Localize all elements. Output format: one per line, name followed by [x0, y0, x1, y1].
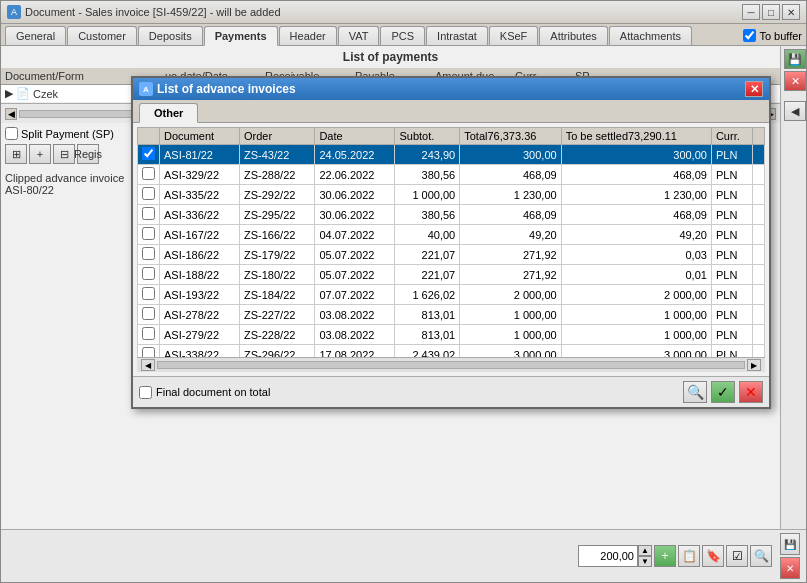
row-checkbox[interactable] — [142, 247, 155, 260]
row-to-settle: 0,03 — [561, 245, 711, 265]
row-curr: PLN — [711, 245, 752, 265]
row-order: ZS-295/22 — [240, 205, 315, 225]
modal-footer: Final document on total 🔍 ✓ ✕ — [133, 376, 769, 407]
invoice-table-row[interactable]: ASI-336/22 ZS-295/22 30.06.2022 380,56 4… — [138, 205, 765, 225]
row-checkbox[interactable] — [142, 327, 155, 340]
invoice-table-row[interactable]: ASI-81/22 ZS-43/22 24.05.2022 243,90 300… — [138, 145, 765, 165]
close-button[interactable]: ✕ — [782, 4, 800, 20]
row-checkbox[interactable] — [142, 147, 155, 160]
toolbar-btn-5[interactable]: 🔍 — [750, 545, 772, 567]
invoice-table-row[interactable]: ASI-338/22 ZS-296/22 17.08.2022 2 439,02… — [138, 345, 765, 358]
bottom-toolbar: ▲ ▼ + 📋 🔖 ☑ 🔍 💾 ✕ — [1, 529, 806, 582]
tab-attributes[interactable]: Attributes — [539, 26, 607, 45]
row-checkbox[interactable] — [142, 167, 155, 180]
invoice-table-row[interactable]: ASI-329/22 ZS-288/22 22.06.2022 380,56 4… — [138, 165, 765, 185]
side-save-btn[interactable]: 💾 — [780, 533, 800, 555]
th-check — [138, 128, 160, 145]
maximize-button[interactable]: □ — [762, 4, 780, 20]
invoice-table-row[interactable]: ASI-279/22 ZS-228/22 03.08.2022 813,01 1… — [138, 325, 765, 345]
tab-attachments[interactable]: Attachments — [609, 26, 692, 45]
row-subtot: 380,56 — [395, 165, 460, 185]
final-doc-label: Final document on total — [156, 386, 270, 398]
modal-cancel-button[interactable]: ✕ — [739, 381, 763, 403]
invoice-table-row[interactable]: ASI-188/22 ZS-180/22 05.07.2022 221,07 2… — [138, 265, 765, 285]
row-checkbox[interactable] — [142, 207, 155, 220]
invoice-table-row[interactable]: ASI-186/22 ZS-179/22 05.07.2022 221,07 2… — [138, 245, 765, 265]
row-doc: ASI-336/22 — [160, 205, 240, 225]
right-toolbar: 💾 ✕ ◀ — [780, 46, 806, 529]
row-date: 07.07.2022 — [315, 285, 395, 305]
split-payment-label[interactable]: Split Payment (SP) — [5, 127, 114, 140]
add-green-button[interactable]: + — [654, 545, 676, 567]
row-to-settle: 300,00 — [561, 145, 711, 165]
scroll-left-btn[interactable]: ◀ — [5, 108, 17, 120]
tab-vat[interactable]: VAT — [338, 26, 380, 45]
extra-button[interactable]: ◀ — [784, 101, 806, 121]
tab-pcs[interactable]: PCS — [380, 26, 425, 45]
to-buffer-checkbox-label[interactable]: To buffer — [743, 29, 802, 42]
tab-header[interactable]: Header — [279, 26, 337, 45]
split-payment-checkbox[interactable] — [5, 127, 18, 140]
tab-payments[interactable]: Payments — [204, 26, 278, 46]
stepper-down[interactable]: ▼ — [638, 556, 652, 567]
row-checkbox[interactable] — [142, 287, 155, 300]
row-curr: PLN — [711, 265, 752, 285]
modal-scroll-right[interactable]: ▶ — [747, 359, 761, 371]
delete-button[interactable]: ✕ — [784, 71, 806, 91]
row-to-settle: 468,09 — [561, 165, 711, 185]
row-total: 468,09 — [460, 165, 561, 185]
modal-close-button[interactable]: ✕ — [745, 81, 763, 97]
invoice-table-row[interactable]: ASI-335/22 ZS-292/22 30.06.2022 1 000,00… — [138, 185, 765, 205]
row-doc: ASI-335/22 — [160, 185, 240, 205]
row-doc: ASI-329/22 — [160, 165, 240, 185]
row-subtot: 221,07 — [395, 265, 460, 285]
final-doc-checkbox[interactable] — [139, 386, 152, 399]
tab-ksef[interactable]: KSeF — [489, 26, 539, 45]
side-del-btn[interactable]: ✕ — [780, 557, 800, 579]
action-btn-1[interactable]: ⊞ — [5, 144, 27, 164]
invoice-table: Document Order Date Subtot. Total76,373.… — [137, 127, 765, 357]
amount-stepper[interactable]: ▲ ▼ — [578, 545, 652, 567]
minimize-button[interactable]: ─ — [742, 4, 760, 20]
toolbar-btn-3[interactable]: 🔖 — [702, 545, 724, 567]
title-bar: A Document - Sales invoice [SI-459/22] -… — [1, 1, 806, 24]
modal-tab-other[interactable]: Other — [139, 103, 198, 123]
form-icon: 📄 — [16, 87, 30, 100]
row-subtot: 1 626,02 — [395, 285, 460, 305]
action-btn-3[interactable]: ⊟ — [53, 144, 75, 164]
th-order: Order — [240, 128, 315, 145]
row-checkbox[interactable] — [142, 347, 155, 357]
row-date: 17.08.2022 — [315, 345, 395, 358]
row-order: ZS-166/22 — [240, 225, 315, 245]
modal-hscroll-track — [157, 361, 745, 369]
toolbar-btn-2[interactable]: 📋 — [678, 545, 700, 567]
tab-intrastat[interactable]: Intrastat — [426, 26, 488, 45]
invoice-table-row[interactable]: ASI-167/22 ZS-166/22 04.07.2022 40,00 49… — [138, 225, 765, 245]
row-curr: PLN — [711, 165, 752, 185]
modal-scroll-left[interactable]: ◀ — [141, 359, 155, 371]
amount-input[interactable] — [578, 545, 638, 567]
expand-icon[interactable]: ▶ — [5, 87, 13, 100]
row-checkbox[interactable] — [142, 187, 155, 200]
invoice-table-row[interactable]: ASI-193/22 ZS-184/22 07.07.2022 1 626,02… — [138, 285, 765, 305]
row-total: 271,92 — [460, 245, 561, 265]
save-button[interactable]: 💾 — [784, 49, 806, 69]
modal-ok-button[interactable]: ✓ — [711, 381, 735, 403]
action-btn-plus[interactable]: + — [29, 144, 51, 164]
row-checkbox[interactable] — [142, 227, 155, 240]
row-date: 03.08.2022 — [315, 325, 395, 345]
row-checkbox[interactable] — [142, 267, 155, 280]
stepper-up[interactable]: ▲ — [638, 545, 652, 556]
toolbar-btn-4[interactable]: ☑ — [726, 545, 748, 567]
row-checkbox[interactable] — [142, 307, 155, 320]
row-subtot: 813,01 — [395, 305, 460, 325]
tab-general[interactable]: General — [5, 26, 66, 45]
modal-search-button[interactable]: 🔍 — [683, 381, 707, 403]
invoice-table-container[interactable]: Document Order Date Subtot. Total76,373.… — [137, 127, 765, 357]
to-buffer-checkbox[interactable] — [743, 29, 756, 42]
row-total: 1 000,00 — [460, 325, 561, 345]
tab-deposits[interactable]: Deposits — [138, 26, 203, 45]
action-btn-regis[interactable]: Regis — [77, 144, 99, 164]
tab-customer[interactable]: Customer — [67, 26, 137, 45]
invoice-table-row[interactable]: ASI-278/22 ZS-227/22 03.08.2022 813,01 1… — [138, 305, 765, 325]
